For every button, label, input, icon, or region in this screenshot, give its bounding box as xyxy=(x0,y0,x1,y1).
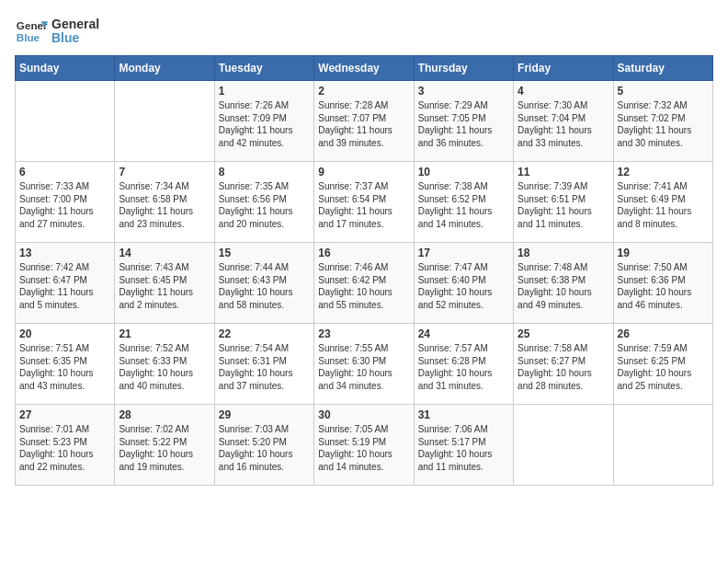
day-number: 30 xyxy=(318,408,409,421)
calendar-cell: 20Sunrise: 7:51 AM Sunset: 6:35 PM Dayli… xyxy=(16,324,115,405)
calendar-cell: 2Sunrise: 7:28 AM Sunset: 7:07 PM Daylig… xyxy=(314,81,414,162)
calendar-cell: 10Sunrise: 7:38 AM Sunset: 6:52 PM Dayli… xyxy=(414,162,513,243)
day-number: 3 xyxy=(418,85,509,98)
day-number: 10 xyxy=(418,166,509,178)
day-number: 19 xyxy=(618,247,709,259)
calendar-cell: 8Sunrise: 7:35 AM Sunset: 6:56 PM Daylig… xyxy=(214,162,313,243)
calendar-cell: 18Sunrise: 7:48 AM Sunset: 6:38 PM Dayli… xyxy=(514,243,613,324)
calendar-cell: 5Sunrise: 7:32 AM Sunset: 7:02 PM Daylig… xyxy=(613,81,712,162)
day-number: 12 xyxy=(618,166,709,178)
calendar-cell: 9Sunrise: 7:37 AM Sunset: 6:54 PM Daylig… xyxy=(314,162,414,243)
calendar-table: SundayMondayTuesdayWednesdayThursdayFrid… xyxy=(15,55,713,486)
day-info: Sunrise: 7:35 AM Sunset: 6:56 PM Dayligh… xyxy=(219,180,310,230)
day-number: 18 xyxy=(518,247,609,259)
day-number: 7 xyxy=(119,166,210,178)
calendar-cell: 28Sunrise: 7:02 AM Sunset: 5:22 PM Dayli… xyxy=(115,405,214,486)
calendar-cell: 3Sunrise: 7:29 AM Sunset: 7:05 PM Daylig… xyxy=(414,81,513,162)
logo-icon: General Blue xyxy=(15,15,48,48)
day-info: Sunrise: 7:41 AM Sunset: 6:49 PM Dayligh… xyxy=(618,180,709,230)
calendar-cell: 15Sunrise: 7:44 AM Sunset: 6:43 PM Dayli… xyxy=(214,243,313,324)
day-info: Sunrise: 7:02 AM Sunset: 5:22 PM Dayligh… xyxy=(119,423,210,473)
calendar-cell: 22Sunrise: 7:54 AM Sunset: 6:31 PM Dayli… xyxy=(214,324,313,405)
day-info: Sunrise: 7:55 AM Sunset: 6:30 PM Dayligh… xyxy=(318,342,409,392)
day-info: Sunrise: 7:44 AM Sunset: 6:43 PM Dayligh… xyxy=(219,261,310,311)
day-number: 6 xyxy=(19,166,110,178)
calendar-cell: 11Sunrise: 7:39 AM Sunset: 6:51 PM Dayli… xyxy=(514,162,613,243)
day-info: Sunrise: 7:29 AM Sunset: 7:05 PM Dayligh… xyxy=(418,99,509,149)
calendar-week-row: 6Sunrise: 7:33 AM Sunset: 7:00 PM Daylig… xyxy=(16,162,713,243)
day-number: 26 xyxy=(618,327,709,340)
day-of-week-header: Saturday xyxy=(613,56,712,81)
day-info: Sunrise: 7:50 AM Sunset: 6:36 PM Dayligh… xyxy=(618,261,709,311)
calendar-cell xyxy=(613,405,712,486)
calendar-cell: 23Sunrise: 7:55 AM Sunset: 6:30 PM Dayli… xyxy=(314,324,414,405)
day-info: Sunrise: 7:39 AM Sunset: 6:51 PM Dayligh… xyxy=(518,180,609,230)
day-number: 1 xyxy=(219,85,310,98)
calendar-cell: 24Sunrise: 7:57 AM Sunset: 6:28 PM Dayli… xyxy=(414,324,513,405)
calendar-cell: 4Sunrise: 7:30 AM Sunset: 7:04 PM Daylig… xyxy=(514,81,613,162)
day-info: Sunrise: 7:51 AM Sunset: 6:35 PM Dayligh… xyxy=(19,342,110,392)
calendar-cell: 16Sunrise: 7:46 AM Sunset: 6:42 PM Dayli… xyxy=(314,243,414,324)
calendar-week-row: 1Sunrise: 7:26 AM Sunset: 7:09 PM Daylig… xyxy=(16,81,713,162)
day-number: 25 xyxy=(518,327,609,340)
calendar-cell: 30Sunrise: 7:05 AM Sunset: 5:19 PM Dayli… xyxy=(314,405,414,486)
calendar-cell: 19Sunrise: 7:50 AM Sunset: 6:36 PM Dayli… xyxy=(613,243,712,324)
day-info: Sunrise: 7:48 AM Sunset: 6:38 PM Dayligh… xyxy=(518,261,609,311)
logo-general: General xyxy=(51,17,99,31)
day-number: 15 xyxy=(219,247,310,259)
svg-text:Blue: Blue xyxy=(17,31,40,43)
day-number: 11 xyxy=(518,166,609,178)
day-info: Sunrise: 7:59 AM Sunset: 6:25 PM Dayligh… xyxy=(618,342,709,392)
calendar-cell: 26Sunrise: 7:59 AM Sunset: 6:25 PM Dayli… xyxy=(613,324,712,405)
day-info: Sunrise: 7:34 AM Sunset: 6:58 PM Dayligh… xyxy=(119,180,210,230)
day-of-week-header: Thursday xyxy=(414,56,513,81)
day-info: Sunrise: 7:33 AM Sunset: 7:00 PM Dayligh… xyxy=(19,180,110,230)
calendar-cell: 1Sunrise: 7:26 AM Sunset: 7:09 PM Daylig… xyxy=(214,81,313,162)
day-info: Sunrise: 7:57 AM Sunset: 6:28 PM Dayligh… xyxy=(418,342,509,392)
calendar-cell: 29Sunrise: 7:03 AM Sunset: 5:20 PM Dayli… xyxy=(214,405,313,486)
calendar-cell xyxy=(514,405,613,486)
day-number: 13 xyxy=(19,247,110,259)
day-number: 28 xyxy=(119,408,210,421)
calendar-cell: 31Sunrise: 7:06 AM Sunset: 5:17 PM Dayli… xyxy=(414,405,513,486)
day-number: 8 xyxy=(219,166,310,178)
calendar-cell: 12Sunrise: 7:41 AM Sunset: 6:49 PM Dayli… xyxy=(613,162,712,243)
day-number: 29 xyxy=(219,408,310,421)
calendar-week-row: 20Sunrise: 7:51 AM Sunset: 6:35 PM Dayli… xyxy=(16,324,713,405)
day-info: Sunrise: 7:28 AM Sunset: 7:07 PM Dayligh… xyxy=(318,99,409,149)
day-number: 16 xyxy=(318,247,409,259)
day-info: Sunrise: 7:32 AM Sunset: 7:02 PM Dayligh… xyxy=(618,99,709,149)
day-number: 23 xyxy=(318,327,409,340)
day-number: 20 xyxy=(19,327,110,340)
day-of-week-header: Monday xyxy=(115,56,214,81)
day-number: 14 xyxy=(119,247,210,259)
svg-text:General: General xyxy=(17,19,48,31)
day-info: Sunrise: 7:01 AM Sunset: 5:23 PM Dayligh… xyxy=(19,423,110,473)
page-header: General Blue General Blue xyxy=(15,15,713,48)
day-info: Sunrise: 7:37 AM Sunset: 6:54 PM Dayligh… xyxy=(318,180,409,230)
logo: General Blue General Blue xyxy=(15,15,99,48)
day-info: Sunrise: 7:42 AM Sunset: 6:47 PM Dayligh… xyxy=(19,261,110,311)
day-info: Sunrise: 7:30 AM Sunset: 7:04 PM Dayligh… xyxy=(518,99,609,149)
calendar-cell: 17Sunrise: 7:47 AM Sunset: 6:40 PM Dayli… xyxy=(414,243,513,324)
calendar-cell: 13Sunrise: 7:42 AM Sunset: 6:47 PM Dayli… xyxy=(16,243,115,324)
logo-blue: Blue xyxy=(51,31,99,45)
calendar-cell: 27Sunrise: 7:01 AM Sunset: 5:23 PM Dayli… xyxy=(16,405,115,486)
calendar-cell xyxy=(115,81,214,162)
day-info: Sunrise: 7:38 AM Sunset: 6:52 PM Dayligh… xyxy=(418,180,509,230)
day-number: 2 xyxy=(318,85,409,98)
day-number: 31 xyxy=(418,408,509,421)
day-number: 27 xyxy=(19,408,110,421)
day-number: 9 xyxy=(318,166,409,178)
day-info: Sunrise: 7:05 AM Sunset: 5:19 PM Dayligh… xyxy=(318,423,409,473)
day-info: Sunrise: 7:46 AM Sunset: 6:42 PM Dayligh… xyxy=(318,261,409,311)
day-info: Sunrise: 7:54 AM Sunset: 6:31 PM Dayligh… xyxy=(219,342,310,392)
day-number: 17 xyxy=(418,247,509,259)
calendar-cell: 25Sunrise: 7:58 AM Sunset: 6:27 PM Dayli… xyxy=(514,324,613,405)
day-of-week-header: Tuesday xyxy=(214,56,313,81)
day-info: Sunrise: 7:58 AM Sunset: 6:27 PM Dayligh… xyxy=(518,342,609,392)
day-number: 22 xyxy=(219,327,310,340)
day-info: Sunrise: 7:43 AM Sunset: 6:45 PM Dayligh… xyxy=(119,261,210,311)
calendar-cell: 21Sunrise: 7:52 AM Sunset: 6:33 PM Dayli… xyxy=(115,324,214,405)
day-info: Sunrise: 7:47 AM Sunset: 6:40 PM Dayligh… xyxy=(418,261,509,311)
